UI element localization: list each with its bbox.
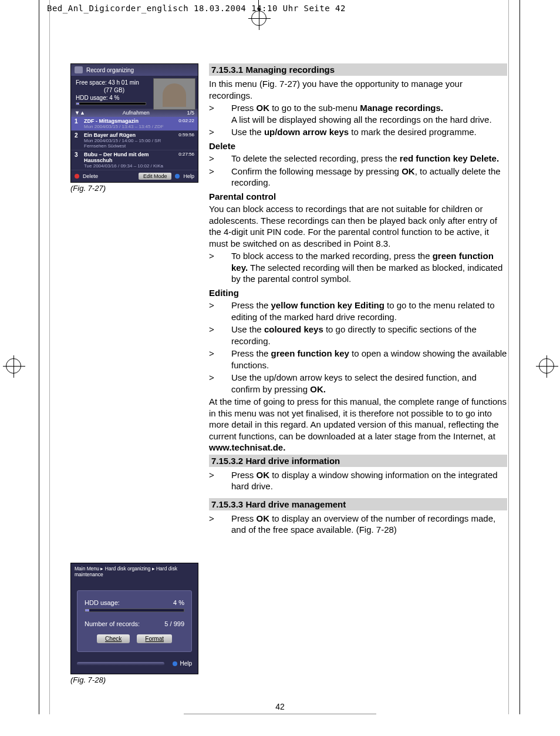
check-button[interactable]: Check [97, 634, 130, 643]
list-item: >Press OK to go to the sub-menu Manage r… [209, 102, 507, 125]
sub-heading: Parental control [209, 191, 507, 203]
records-label: Number of records: [85, 620, 140, 627]
hdd-icon [75, 66, 83, 73]
scroll-bar [77, 662, 164, 666]
section-heading: 7.15.3.3 Hard drive management [209, 498, 507, 510]
fig27-bottom-bar: Delete Edit Mode Help [71, 170, 198, 182]
list-item: >Press the yellow function key Editing t… [209, 300, 507, 322]
fig27-list-header: ▼▲ Aufnahmen 1/5 [71, 109, 198, 117]
list-item: >Confirm the following message by pressi… [209, 166, 507, 189]
hdd-usage-label: HDD usage: [76, 95, 107, 101]
edit-mode-button[interactable]: Edit Mode [139, 173, 172, 180]
row-duration: 0:02:22 [176, 118, 194, 129]
free-space-label: Free space: [76, 79, 107, 86]
usage-bar [76, 102, 146, 105]
list-item: >Use the up/down arrow keys to mark the … [209, 126, 507, 138]
body-text: You can block access to recordings that … [209, 203, 507, 249]
row-duration: 0:59:56 [176, 132, 194, 149]
sub-heading: Editing [209, 287, 507, 299]
recording-row[interactable]: 3 Bubu – Der Hund mit dem HausschuhTue 2… [71, 150, 198, 170]
figure-7-27: Record organizing Free space: 43 h 01 mi… [70, 63, 198, 183]
row-meta: Mon 2004/03/15 / 14:00 – 15:00 / SR Fern… [84, 138, 172, 149]
row-num: 1 [75, 118, 80, 129]
list-header-label: Aufnahmen [123, 110, 150, 116]
section-heading: 7.15.3.1 Managing recordings [209, 63, 507, 76]
row-title: Bubu – Der Hund mit dem Hausschuh [84, 152, 172, 163]
body-text: At the time of going to press for this m… [209, 396, 507, 453]
hdd-usage-label: HDD usage: [85, 599, 120, 606]
hdd-usage-value: 4 % [173, 599, 184, 606]
row-meta: Mon 2004/03/15 / 13:43 – 13:45 / ZDF [84, 124, 172, 129]
video-preview [153, 78, 195, 110]
list-item: >Press OK to display an overview of the … [209, 513, 507, 536]
red-dot-icon [75, 174, 79, 179]
row-meta: Tue 2004/03/16 / 09:34 – 10:02 / KiKa [84, 163, 172, 169]
list-count: 1/5 [187, 110, 194, 116]
format-button[interactable]: Format [137, 634, 172, 643]
fig28-caption: (Fig. 7-28) [70, 675, 198, 684]
usage-bar [85, 609, 184, 612]
breadcrumb: Main Menu ▸ Hard disk organizing ▸ Hard … [71, 563, 198, 580]
row-title: ZDF - Mittagsmagazin [84, 118, 172, 124]
free-space-value: 43 h 01 min [109, 79, 139, 86]
list-item: >Use the up/down arrow keys to select th… [209, 372, 507, 395]
fig28-panel: HDD usage:4 % Number of records:5 / 999 … [77, 590, 192, 652]
list-item: >Press the green function key to open a … [209, 348, 507, 371]
free-space-sub: (77 GB) [104, 87, 124, 93]
help-button[interactable]: Help [180, 660, 192, 667]
list-item: >To delete the selected recording, press… [209, 153, 507, 164]
fig27-info: Free space: 43 h 01 min (77 GB) HDD usag… [71, 76, 198, 109]
fig27-title: Record organizing [86, 67, 134, 73]
sub-heading: Delete [209, 140, 507, 152]
records-value: 5 / 999 [164, 620, 184, 627]
blue-dot-icon [175, 174, 180, 179]
sidebar: Record organizing Free space: 43 h 01 mi… [70, 63, 198, 684]
fig27-caption: (Fig. 7-27) [70, 184, 198, 193]
hdd-usage-value: 4 % [109, 95, 119, 101]
figure-7-28: Main Menu ▸ Hard disk organizing ▸ Hard … [70, 563, 198, 674]
row-title: Ein Bayer auf Rügen [84, 132, 172, 138]
row-num: 3 [75, 152, 80, 169]
row-num: 2 [75, 132, 80, 149]
page-content: Record organizing Free space: 43 h 01 mi… [0, 63, 560, 684]
recording-row[interactable]: 1 ZDF - MittagsmagazinMon 2004/03/15 / 1… [71, 117, 198, 131]
sort-icons: ▼▲ [75, 110, 85, 116]
delete-button[interactable]: Delete [83, 173, 98, 179]
section-heading: 7.15.3.2 Hard drive information [209, 455, 507, 467]
row-duration: 0:27:56 [176, 152, 194, 169]
help-button[interactable]: Help [183, 173, 194, 179]
list-item: >Use the coloured keys to go directly to… [209, 324, 507, 347]
list-item: >To block access to the marked recording… [209, 250, 507, 285]
main-column: 7.15.3.1 Managing recordings In this men… [209, 63, 507, 684]
recording-row[interactable]: 2 Ein Bayer auf RügenMon 2004/03/15 / 14… [71, 131, 198, 150]
body-text: In this menu (Fig. 7-27) you have the op… [209, 78, 507, 101]
fig27-titlebar: Record organizing [71, 64, 198, 76]
list-item: >Press OK to display a window showing in… [209, 469, 507, 492]
blue-dot-icon [173, 661, 177, 666]
